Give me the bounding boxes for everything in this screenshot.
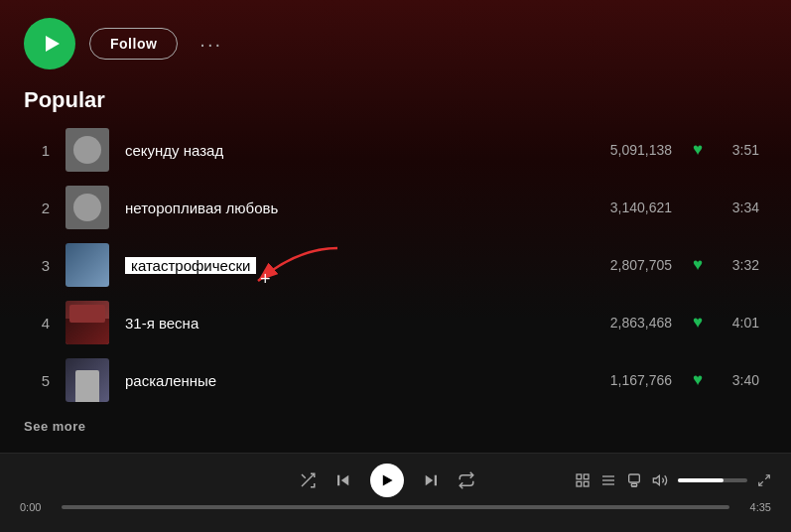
track-thumbnail	[66, 243, 109, 287]
list-button[interactable]	[600, 472, 616, 488]
track-thumbnail	[66, 358, 109, 402]
svg-rect-12	[577, 481, 582, 486]
svg-rect-9	[577, 474, 582, 479]
total-time: 4:35	[739, 501, 771, 513]
track-number: 2	[32, 200, 50, 216]
popular-title: Popular	[24, 87, 767, 113]
queue-button[interactable]	[575, 472, 591, 488]
fullscreen-button[interactable]	[757, 473, 771, 487]
heart-icon[interactable]: ♥	[688, 140, 708, 160]
shuffle-button[interactable]	[299, 471, 317, 489]
track-name: секунду назад	[125, 142, 567, 159]
track-row[interactable]: 2 неторопливая любовь 3,140,621 ♥ 3:34	[24, 179, 767, 236]
svg-marker-0	[46, 36, 60, 52]
track-row[interactable]: 5 раскаленные 1,167,766 ♥ 3:40	[24, 351, 767, 409]
play-pause-button[interactable]	[370, 464, 404, 497]
svg-marker-7	[425, 475, 433, 486]
prev-button[interactable]	[334, 471, 352, 489]
track-plays: 1,167,766	[583, 372, 672, 388]
current-time: 0:00	[20, 501, 52, 513]
svg-marker-6	[382, 474, 392, 485]
follow-button[interactable]: Follow	[89, 28, 178, 60]
more-button[interactable]: ···	[192, 29, 230, 60]
player-controls	[0, 454, 791, 501]
track-thumbnail	[66, 186, 109, 229]
progress-bar[interactable]	[62, 505, 729, 509]
playback-controls	[198, 464, 575, 497]
track-row[interactable]: 3 катастрофически 2,807,705 ♥ 3:32	[24, 236, 767, 294]
player-right-controls	[575, 472, 771, 488]
progress-row: 0:00 4:35	[0, 501, 791, 513]
svg-marker-19	[653, 475, 659, 484]
track-number: 4	[32, 315, 50, 332]
track-plays: 3,140,621	[583, 200, 672, 215]
svg-line-20	[765, 475, 769, 479]
track-thumbnail	[66, 301, 109, 344]
track-name: катастрофически	[125, 257, 567, 274]
track-plays: 2,863,468	[583, 315, 672, 331]
popular-section: Popular 1 секунду назад 5,091,138 ♥ 3:51…	[0, 87, 791, 409]
track-duration: 3:32	[724, 257, 759, 273]
track-duration: 3:40	[724, 372, 759, 388]
see-more-button[interactable]: See more	[0, 409, 110, 444]
track-name: раскаленные	[125, 372, 567, 389]
track-duration: 4:01	[724, 315, 759, 331]
track-duration: 3:34	[724, 200, 759, 215]
svg-rect-11	[584, 481, 589, 486]
svg-rect-8	[434, 475, 436, 486]
track-list: 1 секунду назад 5,091,138 ♥ 3:51 2 нетор…	[24, 121, 767, 409]
player-bar: 0:00 4:35	[0, 453, 791, 532]
svg-rect-16	[629, 474, 640, 482]
svg-rect-5	[337, 475, 339, 486]
repeat-button[interactable]	[458, 471, 475, 489]
svg-line-3	[302, 474, 306, 478]
heart-icon[interactable]: ♥	[688, 255, 708, 275]
heart-icon[interactable]: ♥	[688, 313, 708, 332]
track-row[interactable]: 1 секунду назад 5,091,138 ♥ 3:51	[24, 121, 767, 179]
volume-fill	[678, 478, 724, 482]
track-plays: 2,807,705	[583, 257, 672, 273]
track-duration: 3:51	[724, 142, 759, 158]
top-bar: Follow ···	[0, 0, 791, 87]
svg-line-21	[759, 481, 763, 485]
heart-icon[interactable]: ♥	[688, 370, 708, 390]
track-row[interactable]: 4 31-я весна 2,863,468 ♥ 4:01	[24, 294, 767, 351]
volume-bar[interactable]	[678, 478, 747, 482]
play-button-large[interactable]	[24, 18, 75, 69]
track-plays: 5,091,138	[583, 142, 672, 158]
svg-marker-4	[340, 475, 348, 486]
track-name: 31-я весна	[125, 315, 567, 332]
devices-button[interactable]	[626, 472, 642, 488]
track-number: 3	[32, 257, 50, 274]
track-number: 5	[32, 372, 50, 389]
track-name: неторопливая любовь	[125, 200, 567, 216]
svg-rect-10	[584, 474, 589, 479]
track-number: 1	[32, 142, 50, 159]
next-button[interactable]	[422, 471, 440, 489]
track-thumbnail	[66, 128, 109, 172]
volume-button[interactable]	[652, 472, 668, 488]
